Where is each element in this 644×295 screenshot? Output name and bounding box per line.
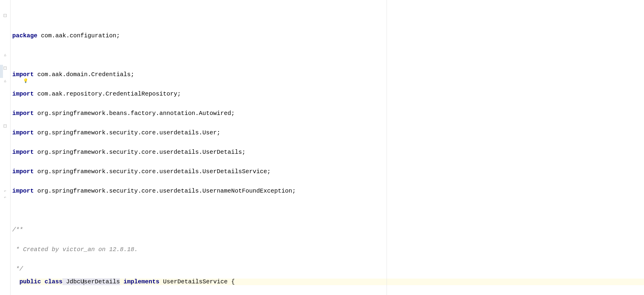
intention-bulb-icon[interactable]: 💡 bbox=[23, 78, 28, 83]
gutter-marker-icon: △ bbox=[1, 52, 9, 58]
fold-close-icon[interactable]: ⌐ bbox=[1, 194, 9, 200]
text-caret bbox=[84, 279, 84, 285]
code-line[interactable]: import org.springframework.security.core… bbox=[12, 188, 644, 194]
fold-toggle-icon[interactable]: − bbox=[1, 13, 9, 19]
fold-toggle-icon[interactable]: − bbox=[1, 123, 9, 129]
fold-close-icon[interactable]: ⌐ bbox=[1, 188, 9, 194]
code-line[interactable]: * Created by victor_an on 12.8.18. bbox=[12, 246, 644, 253]
right-margin-line bbox=[387, 0, 387, 295]
code-editor[interactable]: 💡 package com.aak.configuration; import … bbox=[10, 0, 644, 295]
code-line[interactable]: import com.aak.repository.CredentialRepo… bbox=[12, 91, 644, 97]
code-line[interactable]: /** bbox=[12, 227, 644, 233]
code-line[interactable] bbox=[12, 52, 644, 59]
gutter-marker-icon: △ bbox=[1, 78, 9, 84]
code-line[interactable] bbox=[12, 207, 644, 214]
code-line[interactable] bbox=[12, 291, 644, 295]
code-line[interactable]: import com.aak.domain.Credentials; bbox=[12, 71, 644, 78]
editor-gutter: − △ − △ − ⌐ ⌐ bbox=[0, 0, 10, 295]
code-line[interactable]: import org.springframework.security.core… bbox=[12, 149, 644, 156]
code-line-active[interactable]: public class JdbcUserDetails implements … bbox=[19, 279, 644, 285]
fold-toggle-icon[interactable]: − bbox=[1, 65, 9, 71]
code-line[interactable]: import org.springframework.security.core… bbox=[12, 130, 644, 136]
code-line[interactable]: import org.springframework.security.core… bbox=[12, 168, 644, 175]
code-line[interactable]: import org.springframework.beans.factory… bbox=[12, 110, 644, 117]
code-line[interactable]: package com.aak.configuration; bbox=[12, 33, 644, 39]
code-line[interactable]: */ bbox=[12, 266, 644, 272]
